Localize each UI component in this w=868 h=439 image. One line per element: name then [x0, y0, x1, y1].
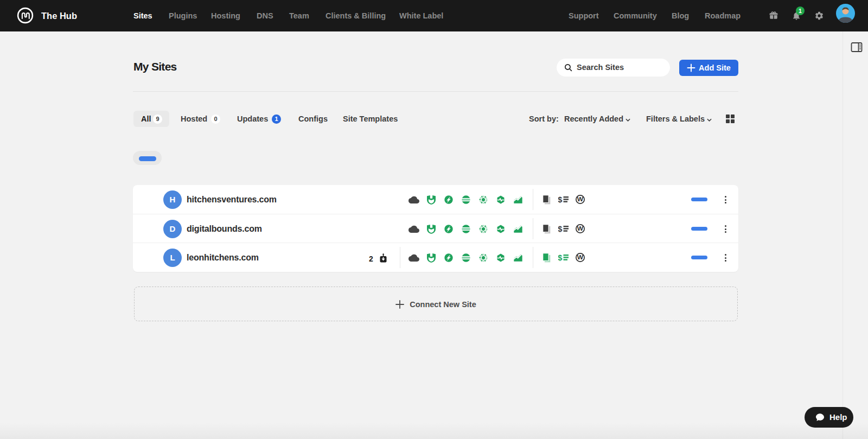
svg-text:$: $ — [558, 253, 563, 262]
svg-text:W: W — [577, 196, 583, 202]
svg-text:$: $ — [558, 225, 563, 233]
svg-text:W: W — [577, 225, 583, 232]
svg-text:$: $ — [558, 195, 563, 203]
svg-text:W: W — [577, 254, 583, 260]
